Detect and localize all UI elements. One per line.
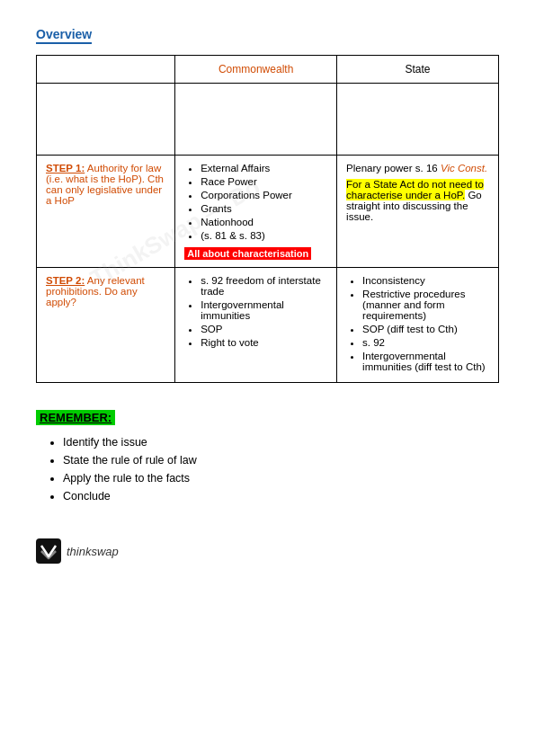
step1-label: STEP 1:	[46, 163, 85, 173]
table-row-step1: STEP 1: Authority for law (i.e. what is …	[37, 156, 499, 268]
list-item: Corporations Power	[201, 190, 327, 200]
header-col3: State	[337, 56, 499, 84]
empty-col1	[37, 84, 175, 156]
table-row-empty	[37, 84, 499, 156]
step2-col2: s. 92 freedom of interstate trade Interg…	[175, 268, 337, 383]
empty-col3	[337, 84, 499, 156]
list-item: s. 92	[362, 337, 489, 348]
step1-col2: External Affairs Race Power Corporations…	[175, 156, 337, 268]
plenary-power-text: Plenary power s. 16 Vic Const.	[346, 163, 489, 173]
step1-note: All about characterisation	[184, 244, 327, 260]
step2-commonwealth-list: s. 92 freedom of interstate trade Interg…	[184, 275, 327, 348]
characterisation-note: All about characterisation	[184, 247, 311, 260]
list-item: Apply the rule to the facts	[63, 472, 499, 485]
list-item: s. 92 freedom of interstate trade	[201, 275, 327, 297]
remember-section: REMEMBER: Identify the issue State the r…	[36, 410, 499, 503]
remember-label: REMEMBER:	[36, 410, 499, 436]
svg-rect-0	[36, 538, 61, 564]
empty-col2	[175, 84, 337, 156]
header-col1	[37, 56, 175, 84]
footer: thinkswap	[36, 538, 499, 564]
step2-state-list: Inconsistency Restrictive procedures (ma…	[346, 275, 489, 372]
vic-const-text: Vic Const.	[441, 163, 487, 173]
list-item: Intergovernmental immunities (diff test …	[362, 351, 489, 372]
highlight-state-act: For a State Act do not need to character…	[346, 179, 484, 200]
table-row-step2: STEP 2: Any relevant prohibitions. Do an…	[37, 268, 499, 383]
state-act-text: For a State Act do not need to character…	[346, 179, 489, 222]
overview-table: Commonwealth State STEP 1: Authority for…	[36, 55, 499, 383]
list-item: External Affairs	[201, 163, 327, 173]
step2-col3: Inconsistency Restrictive procedures (ma…	[337, 268, 499, 383]
page-container: Overview ThinkSwap — Do Commonwealth Sta…	[36, 27, 499, 564]
list-item: (s. 81 & s. 83)	[201, 230, 327, 241]
list-item: Identify the issue	[63, 436, 499, 449]
overview-heading: Overview	[36, 27, 499, 55]
list-item: SOP	[201, 324, 327, 334]
step1-commonwealth-list: External Affairs Race Power Corporations…	[184, 163, 327, 241]
list-item: Nationhood	[201, 217, 327, 227]
table-header-row: Commonwealth State	[37, 56, 499, 84]
header-col2: Commonwealth	[175, 56, 337, 84]
list-item: Intergovernmental immunities	[201, 299, 327, 321]
step2-col1: STEP 2: Any relevant prohibitions. Do an…	[37, 268, 175, 383]
step1-col3: Plenary power s. 16 Vic Const. For a Sta…	[337, 156, 499, 268]
list-item: Race Power	[201, 176, 327, 187]
overview-table-wrapper: ThinkSwap — Do Commonwealth State	[36, 55, 499, 410]
step2-label: STEP 2:	[46, 275, 85, 286]
list-item: Conclude	[63, 490, 499, 503]
list-item: State the rule of rule of law	[63, 454, 499, 467]
list-item: Grants	[201, 203, 327, 214]
list-item: Inconsistency	[362, 275, 489, 286]
thinkswap-logo-icon	[36, 538, 61, 564]
thinkswap-brand-text: thinkswap	[67, 545, 119, 558]
list-item: Restrictive procedures (manner and form …	[362, 289, 489, 321]
list-item: SOP (diff test to Cth)	[362, 324, 489, 334]
step1-col1: STEP 1: Authority for law (i.e. what is …	[37, 156, 175, 268]
list-item: Right to vote	[201, 337, 327, 348]
remember-list: Identify the issue State the rule of rul…	[36, 436, 499, 503]
